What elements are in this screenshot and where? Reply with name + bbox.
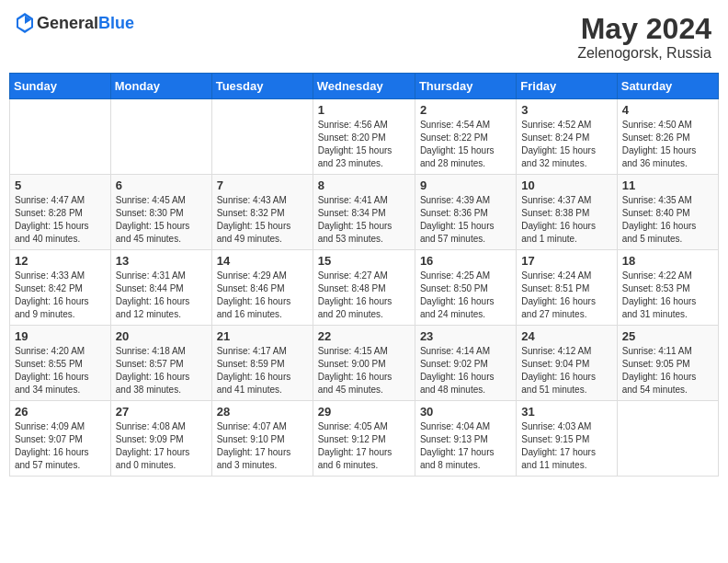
day-info: Sunrise: 4:14 AMSunset: 9:02 PMDaylight:…	[420, 345, 511, 396]
logo-text: General Blue	[37, 15, 134, 31]
day-number: 4	[622, 103, 713, 117]
day-number: 6	[116, 178, 207, 192]
calendar-cell: 12Sunrise: 4:33 AMSunset: 8:42 PMDayligh…	[10, 250, 111, 326]
day-number: 28	[217, 405, 308, 419]
calendar-cell: 25Sunrise: 4:11 AMSunset: 9:05 PMDayligh…	[617, 326, 718, 401]
day-number: 18	[622, 254, 713, 268]
day-number: 24	[521, 329, 611, 343]
day-number: 21	[217, 329, 308, 343]
day-info: Sunrise: 4:04 AMSunset: 9:13 PMDaylight:…	[420, 420, 511, 472]
day-info: Sunrise: 4:33 AMSunset: 8:42 PMDaylight:…	[15, 270, 106, 321]
day-number: 5	[15, 178, 106, 192]
day-info: Sunrise: 4:03 AMSunset: 9:15 PMDaylight:…	[521, 420, 611, 472]
calendar-cell: 29Sunrise: 4:05 AMSunset: 9:12 PMDayligh…	[313, 401, 415, 477]
day-number: 19	[15, 329, 106, 343]
day-info: Sunrise: 4:27 AMSunset: 8:48 PMDaylight:…	[318, 270, 410, 321]
title-section: May 2024 Zelenogorsk, Russia	[577, 13, 711, 62]
day-number: 23	[420, 329, 511, 343]
calendar-cell: 8Sunrise: 4:41 AMSunset: 8:34 PMDaylight…	[313, 175, 415, 250]
day-info: Sunrise: 4:25 AMSunset: 8:50 PMDaylight:…	[420, 270, 511, 321]
day-info: Sunrise: 4:22 AMSunset: 8:53 PMDaylight:…	[622, 270, 713, 321]
day-number: 27	[116, 405, 207, 419]
calendar-cell: 4Sunrise: 4:50 AMSunset: 8:26 PMDaylight…	[617, 99, 718, 175]
calendar-cell: 30Sunrise: 4:04 AMSunset: 9:13 PMDayligh…	[415, 401, 516, 477]
day-info: Sunrise: 4:37 AMSunset: 8:38 PMDaylight:…	[521, 194, 611, 246]
day-info: Sunrise: 4:20 AMSunset: 8:55 PMDaylight:…	[15, 345, 106, 396]
day-info: Sunrise: 4:11 AMSunset: 9:05 PMDaylight:…	[622, 345, 713, 396]
day-info: Sunrise: 4:50 AMSunset: 8:26 PMDaylight:…	[622, 119, 713, 170]
calendar-cell: 1Sunrise: 4:56 AMSunset: 8:20 PMDaylight…	[313, 99, 415, 175]
day-number: 15	[318, 254, 410, 268]
location-label: Zelenogorsk, Russia	[577, 45, 711, 62]
day-number: 17	[521, 254, 611, 268]
calendar-cell: 26Sunrise: 4:09 AMSunset: 9:07 PMDayligh…	[10, 401, 111, 477]
calendar-cell	[211, 99, 313, 175]
calendar-cell: 18Sunrise: 4:22 AMSunset: 8:53 PMDayligh…	[617, 250, 718, 326]
logo-general: General	[37, 15, 98, 31]
calendar-cell: 19Sunrise: 4:20 AMSunset: 8:55 PMDayligh…	[10, 326, 111, 401]
calendar-cell: 11Sunrise: 4:35 AMSunset: 8:40 PMDayligh…	[617, 175, 718, 250]
day-number: 9	[420, 178, 511, 192]
day-info: Sunrise: 4:45 AMSunset: 8:30 PMDaylight:…	[116, 194, 207, 246]
page-header: General Blue May 2024 Zelenogorsk, Russi…	[9, 9, 719, 65]
day-of-week-header: Thursday	[415, 74, 516, 99]
calendar-cell: 3Sunrise: 4:52 AMSunset: 8:24 PMDaylight…	[517, 99, 617, 175]
day-info: Sunrise: 4:35 AMSunset: 8:40 PMDaylight:…	[622, 194, 713, 246]
calendar-cell: 6Sunrise: 4:45 AMSunset: 8:30 PMDaylight…	[110, 175, 211, 250]
month-year-title: May 2024	[577, 13, 711, 45]
day-info: Sunrise: 4:43 AMSunset: 8:32 PMDaylight:…	[217, 194, 308, 246]
calendar-cell: 21Sunrise: 4:17 AMSunset: 8:59 PMDayligh…	[211, 326, 313, 401]
day-number: 1	[318, 103, 410, 117]
day-info: Sunrise: 4:47 AMSunset: 8:28 PMDaylight:…	[15, 194, 106, 246]
day-number: 12	[15, 254, 106, 268]
day-info: Sunrise: 4:52 AMSunset: 8:24 PMDaylight:…	[521, 119, 611, 170]
calendar-cell: 2Sunrise: 4:54 AMSunset: 8:22 PMDaylight…	[415, 99, 516, 175]
calendar-week-row: 5Sunrise: 4:47 AMSunset: 8:28 PMDaylight…	[10, 175, 719, 250]
calendar-cell	[617, 401, 718, 477]
calendar-cell: 17Sunrise: 4:24 AMSunset: 8:51 PMDayligh…	[517, 250, 617, 326]
day-number: 3	[521, 103, 611, 117]
day-info: Sunrise: 4:12 AMSunset: 9:04 PMDaylight:…	[521, 345, 611, 396]
calendar-week-row: 1Sunrise: 4:56 AMSunset: 8:20 PMDaylight…	[10, 99, 719, 175]
calendar-header-row: SundayMondayTuesdayWednesdayThursdayFrid…	[10, 74, 719, 99]
day-info: Sunrise: 4:18 AMSunset: 8:57 PMDaylight:…	[116, 345, 207, 396]
logo-icon	[17, 13, 33, 33]
calendar-cell: 22Sunrise: 4:15 AMSunset: 9:00 PMDayligh…	[313, 326, 415, 401]
day-of-week-header: Wednesday	[313, 74, 415, 99]
day-info: Sunrise: 4:09 AMSunset: 9:07 PMDaylight:…	[15, 420, 106, 472]
calendar-cell: 7Sunrise: 4:43 AMSunset: 8:32 PMDaylight…	[211, 175, 313, 250]
day-of-week-header: Friday	[517, 74, 617, 99]
calendar-cell: 28Sunrise: 4:07 AMSunset: 9:10 PMDayligh…	[211, 401, 313, 477]
day-info: Sunrise: 4:29 AMSunset: 8:46 PMDaylight:…	[217, 270, 308, 321]
day-of-week-header: Saturday	[617, 74, 718, 99]
logo-blue: Blue	[98, 15, 134, 31]
day-info: Sunrise: 4:31 AMSunset: 8:44 PMDaylight:…	[116, 270, 207, 321]
calendar-cell	[110, 99, 211, 175]
day-info: Sunrise: 4:05 AMSunset: 9:12 PMDaylight:…	[318, 420, 410, 472]
day-info: Sunrise: 4:24 AMSunset: 8:51 PMDaylight:…	[521, 270, 611, 321]
calendar-cell: 13Sunrise: 4:31 AMSunset: 8:44 PMDayligh…	[110, 250, 211, 326]
day-number: 30	[420, 405, 511, 419]
day-info: Sunrise: 4:41 AMSunset: 8:34 PMDaylight:…	[318, 194, 410, 246]
day-number: 8	[318, 178, 410, 192]
day-number: 31	[521, 405, 611, 419]
calendar-cell: 15Sunrise: 4:27 AMSunset: 8:48 PMDayligh…	[313, 250, 415, 326]
calendar-cell: 20Sunrise: 4:18 AMSunset: 8:57 PMDayligh…	[110, 326, 211, 401]
day-info: Sunrise: 4:08 AMSunset: 9:09 PMDaylight:…	[116, 420, 207, 472]
day-number: 16	[420, 254, 511, 268]
calendar-cell: 5Sunrise: 4:47 AMSunset: 8:28 PMDaylight…	[10, 175, 111, 250]
day-info: Sunrise: 4:54 AMSunset: 8:22 PMDaylight:…	[420, 119, 511, 170]
day-info: Sunrise: 4:56 AMSunset: 8:20 PMDaylight:…	[318, 119, 410, 170]
calendar-cell: 16Sunrise: 4:25 AMSunset: 8:50 PMDayligh…	[415, 250, 516, 326]
calendar-cell: 9Sunrise: 4:39 AMSunset: 8:36 PMDaylight…	[415, 175, 516, 250]
calendar-cell: 10Sunrise: 4:37 AMSunset: 8:38 PMDayligh…	[517, 175, 617, 250]
day-info: Sunrise: 4:15 AMSunset: 9:00 PMDaylight:…	[318, 345, 410, 396]
day-number: 25	[622, 329, 713, 343]
day-number: 11	[622, 178, 713, 192]
logo: General Blue	[17, 13, 134, 33]
day-number: 26	[15, 405, 106, 419]
day-number: 22	[318, 329, 410, 343]
calendar-cell: 27Sunrise: 4:08 AMSunset: 9:09 PMDayligh…	[110, 401, 211, 477]
day-number: 7	[217, 178, 308, 192]
day-number: 2	[420, 103, 511, 117]
